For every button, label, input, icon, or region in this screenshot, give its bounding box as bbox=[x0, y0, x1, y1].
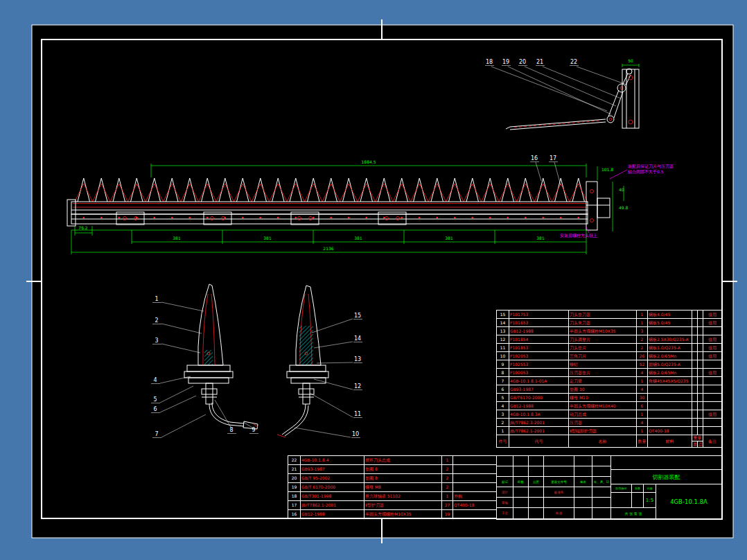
leader-2: 2 bbox=[155, 317, 158, 324]
bom-cell-total bbox=[698, 360, 703, 369]
bom-cell-material: 角钢45X45X5/Q235 bbox=[648, 377, 692, 385]
note-1-line-2: 贴合间隙不大于0.5 bbox=[628, 169, 664, 175]
leader-17: 17 bbox=[550, 155, 556, 161]
bom-cell-unit bbox=[692, 360, 698, 369]
bom-header-material: 材料 bbox=[648, 435, 692, 448]
bom-header-unit: 单件 bbox=[692, 441, 698, 448]
bom-cell-total bbox=[698, 402, 703, 410]
bom-cell-material: 钢板2.0/65Mn bbox=[648, 369, 692, 377]
label-change-file: 更改文件号 bbox=[544, 477, 574, 487]
bom-cell-name: 垫圈 8 bbox=[364, 474, 442, 483]
dim-right-1: 101.8 bbox=[601, 167, 613, 172]
label-count: 处数 bbox=[513, 477, 529, 487]
leader-16: 16 bbox=[531, 155, 538, 161]
bom-cell-no: 21 bbox=[288, 465, 301, 474]
bom-cell-material bbox=[453, 474, 497, 483]
leader-21: 21 bbox=[536, 59, 543, 65]
dim-seg-3: 381 bbox=[354, 236, 362, 240]
bom-cell-no: 2 bbox=[497, 419, 509, 427]
leader-1: 1 bbox=[155, 296, 158, 302]
label-scale: 比例 bbox=[644, 484, 656, 493]
bom-cell-no: 14 bbox=[497, 319, 509, 327]
note-2: 安装后螺栓方头朝上 bbox=[560, 233, 597, 238]
bom-cell-qty: 2 bbox=[442, 474, 453, 483]
label-mark: 标记 bbox=[497, 477, 513, 487]
bom-cell-unit bbox=[692, 352, 698, 360]
bom-cell-name: 螺母 M10 bbox=[569, 394, 637, 402]
bom-cell-name: 压刃器 bbox=[569, 419, 637, 427]
bom-cell-name: Ⅱ型护刃器 bbox=[364, 501, 442, 510]
bom-cell-name: 三角刀片 bbox=[569, 352, 637, 360]
title-block: 标记 处数 分区 更改文件号 签名 年、月、日 设计 标准化 审核 工艺 批准 … bbox=[496, 455, 723, 520]
bom-header-no: 件号 bbox=[497, 435, 509, 448]
bom-cell-unit bbox=[692, 410, 698, 419]
bom-cell-total bbox=[698, 394, 703, 402]
bom-cell-remark bbox=[703, 360, 722, 369]
bom-cell-code: GB12-1988 bbox=[301, 510, 364, 519]
bom-cell-code: F101853 bbox=[509, 344, 569, 352]
bom-cell-material: QT400-18 bbox=[453, 501, 497, 510]
bom-cell-remark: 借用 bbox=[703, 344, 722, 352]
bom-cell-remark: 借用 bbox=[703, 352, 722, 360]
bom-cell-unit bbox=[692, 319, 698, 327]
bom-cell-no: 10 bbox=[497, 352, 509, 360]
bom-cell-no: 1 bbox=[497, 427, 509, 435]
bom-cell-material: 外购 bbox=[453, 492, 497, 501]
bom-cell-remark bbox=[703, 377, 722, 385]
bom-cell-material bbox=[453, 510, 497, 519]
bom-cell-material: 钢板4.0/45 bbox=[648, 310, 692, 319]
label-weight: 质量 bbox=[632, 484, 644, 493]
bom-cell-no: 22 bbox=[288, 456, 301, 465]
bom-cell-qty: 4 bbox=[637, 385, 648, 394]
leader-20: 20 bbox=[519, 59, 526, 65]
bom-cell-qty: 1 bbox=[442, 492, 453, 501]
bom-cell-material: 钢板1.0/Q235-A bbox=[648, 344, 692, 352]
bom-cell-qty: 2 bbox=[637, 344, 648, 352]
leader-14: 14 bbox=[354, 335, 361, 342]
bom-cell-no: 3 bbox=[497, 410, 509, 419]
bom-cell-name: 半圆头方颈螺栓M10X40 bbox=[569, 402, 637, 410]
bom-cell-code: GB93-1987 bbox=[301, 465, 364, 474]
bom-cell-qty: 6 bbox=[637, 402, 648, 410]
bom-cell-unit bbox=[692, 427, 698, 435]
bom-cell-qty: 1 bbox=[637, 319, 648, 327]
bom-cell-remark bbox=[703, 327, 722, 335]
dim-seg-1: 381 bbox=[173, 236, 181, 240]
leader-6: 6 bbox=[153, 406, 157, 412]
bom-cell-material bbox=[648, 402, 692, 410]
label-approve: 批准 bbox=[544, 508, 574, 519]
label-design: 设计 bbox=[497, 487, 513, 498]
bom-cell-code: 4GB-10.1.8.4 bbox=[301, 456, 364, 465]
dim-guard-pitch: 76.2 bbox=[78, 225, 88, 230]
bom-cell-no: 19 bbox=[288, 483, 301, 492]
bom-cell-name: 刀头垫片 bbox=[569, 344, 637, 352]
bom-cell-name: Ⅱ型端部护刃器 bbox=[569, 427, 637, 435]
bom-cell-material: 钢板2.5X30/Q235-A bbox=[648, 335, 692, 344]
label-stage: 阶段标记 bbox=[611, 484, 632, 493]
bom-header-name: 名称 bbox=[569, 435, 637, 448]
bom-cell-no: 13 bbox=[497, 327, 509, 335]
bom-cell-qty: 1 bbox=[637, 377, 648, 385]
bom-cell-remark bbox=[703, 394, 722, 402]
bom-cell-name: 半圆头方颈螺栓M10X35 bbox=[364, 510, 442, 519]
cad-drawing-viewport: 1884.5 76.2 381 381 381 381 381 2136 bbox=[0, 0, 747, 560]
note-1-line-1: 装配后保证刀片与压刃器 bbox=[628, 164, 674, 169]
dim-seg-2: 381 bbox=[263, 236, 272, 240]
bom-cell-material bbox=[453, 483, 497, 492]
bom-cell-unit bbox=[692, 385, 698, 394]
bom-cell-total bbox=[698, 344, 703, 352]
bom-cell-name: 垫圈 10 bbox=[569, 385, 637, 394]
leader-11: 11 bbox=[354, 411, 361, 417]
leader-9: 9 bbox=[252, 427, 255, 433]
bom-cell-name: 螺母 M8 bbox=[364, 483, 442, 492]
bom-cell-name: 摆环刀头总成 bbox=[364, 456, 442, 465]
leader-18: 18 bbox=[486, 59, 493, 65]
bom-cell-no: 12 bbox=[497, 335, 509, 344]
bom-cell-code: JB/T7862.1-2001 bbox=[301, 501, 364, 510]
bom-cell-total bbox=[698, 327, 703, 335]
bom-header-code: 代号 bbox=[509, 435, 569, 448]
bom-cell-remark: 借用 bbox=[703, 319, 722, 327]
bom-cell-no: 4 bbox=[497, 402, 509, 410]
bom-cell-material bbox=[453, 465, 497, 474]
bom-cell-qty: 52 bbox=[637, 360, 648, 369]
